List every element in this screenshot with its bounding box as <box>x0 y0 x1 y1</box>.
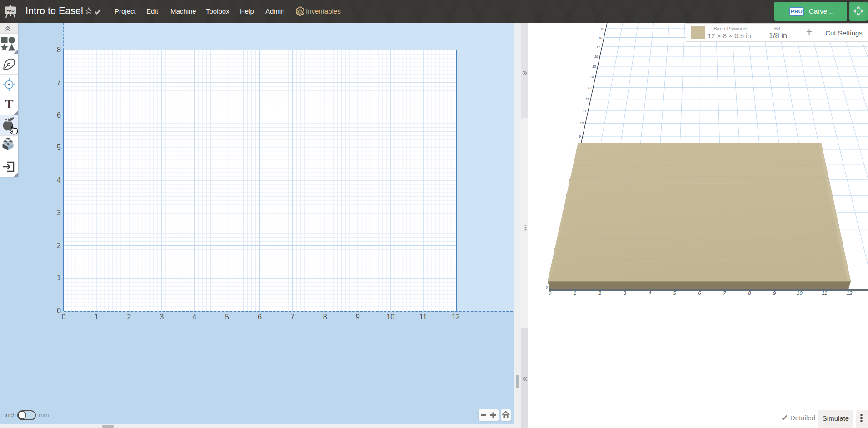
svg-text:1: 1 <box>574 290 576 296</box>
svg-text:15: 15 <box>592 65 596 69</box>
svg-text:11: 11 <box>822 290 827 296</box>
svg-text:10: 10 <box>580 121 584 125</box>
svg-text:0: 0 <box>549 290 552 296</box>
svg-text:2: 2 <box>598 290 602 296</box>
svg-text:12: 12 <box>585 97 589 101</box>
svg-text:3: 3 <box>624 290 627 296</box>
svg-text:4: 4 <box>648 290 651 296</box>
svg-text:PRO: PRO <box>6 9 14 13</box>
svg-text:8: 8 <box>748 290 751 296</box>
svg-text:5: 5 <box>673 290 676 296</box>
svg-text:13: 13 <box>588 86 592 90</box>
svg-text:14: 14 <box>590 75 594 79</box>
svg-text:12: 12 <box>847 290 853 296</box>
svg-text:10: 10 <box>797 290 803 296</box>
svg-text:9: 9 <box>773 290 776 296</box>
svg-text:7: 7 <box>723 290 726 296</box>
svg-text:0: 0 <box>546 285 548 289</box>
svg-text:17: 17 <box>596 45 600 49</box>
svg-text:19: 19 <box>600 27 604 31</box>
svg-text:18: 18 <box>599 36 603 40</box>
svg-text:6: 6 <box>698 290 701 296</box>
svg-text:16: 16 <box>594 55 599 59</box>
svg-text:11: 11 <box>583 109 586 113</box>
svg-text:9: 9 <box>579 134 581 139</box>
